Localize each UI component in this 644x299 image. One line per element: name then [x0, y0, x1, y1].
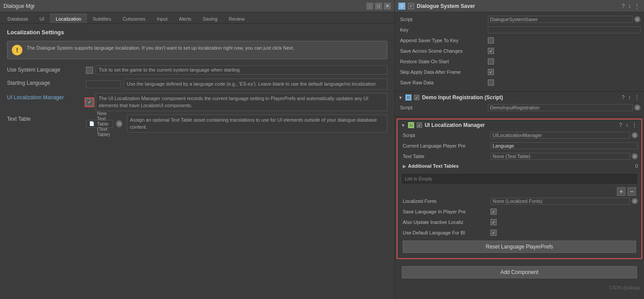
- saver-append-label: Append Saver Type To Key: [400, 38, 488, 43]
- reset-language-btn[interactable]: Reset Language PlayerPrefs: [403, 241, 636, 253]
- localization-manager-icon: U: [408, 122, 414, 128]
- demo-input-block: ▼ D Demo Input Registration (Script) ? ↕…: [395, 92, 644, 117]
- info-icon: !: [12, 45, 22, 55]
- maximize-btn[interactable]: □: [375, 3, 382, 10]
- starting-language-value: Use the language defined by a language c…: [86, 79, 387, 90]
- info-box: ! The Dialogue System supports language …: [7, 41, 387, 59]
- tab-database[interactable]: Database: [2, 14, 34, 23]
- use-system-language-text: Tick to set the game to the current syst…: [96, 65, 387, 75]
- demo-input-menu-btn[interactable]: ⋮: [633, 94, 640, 101]
- localization-manager-block: ▼ U UI Localization Manager ? ↕ ⋮ Script…: [397, 119, 641, 258]
- loc-update-inactive-row: Also Update Inactive Localiz: [401, 218, 638, 227]
- window-title: Dialogue Mgr: [4, 3, 35, 9]
- demo-input-checkbox[interactable]: [414, 95, 419, 100]
- loc-fonts-value: None (Localized Fonts) ⊙: [490, 198, 638, 205]
- saver-restore-label: Restore State On Start: [400, 59, 488, 64]
- loc-lang-pref-row: Current Language Player Pre: [401, 141, 638, 150]
- add-component-container: Add Component: [395, 261, 644, 284]
- saver-help-btn[interactable]: ?: [621, 3, 626, 9]
- demo-input-script-select-btn[interactable]: ⊙: [634, 104, 640, 111]
- loc-default-lang-label: Use Default Language For Bl: [403, 230, 490, 235]
- demo-input-header[interactable]: ▼ D Demo Input Registration (Script) ? ↕…: [398, 94, 640, 101]
- loc-script-select-btn[interactable]: ⊙: [632, 132, 638, 138]
- loc-additional-tables-fold[interactable]: ▶ Additional Text Tables 0: [403, 163, 638, 169]
- list-empty: List is Empty: [401, 173, 638, 184]
- saver-menu-btn[interactable]: ⋮: [633, 3, 640, 9]
- demo-input-script-label: Script: [400, 105, 488, 110]
- tab-localization[interactable]: Localization: [50, 14, 87, 23]
- loc-additional-tables-row: ▶ Additional Text Tables 0: [401, 162, 638, 171]
- remove-table-btn[interactable]: −: [627, 187, 636, 196]
- starting-language-input[interactable]: [86, 80, 121, 88]
- localization-menu-btn[interactable]: ⋮: [631, 122, 638, 128]
- loc-save-lang-checkbox[interactable]: [490, 209, 497, 215]
- additional-tables-label: Additional Text Tables: [408, 163, 633, 169]
- starting-language-row: Starting Language Use the language defin…: [7, 79, 387, 90]
- use-system-language-checkbox[interactable]: [86, 67, 93, 74]
- saver-layout-btn[interactable]: ↕: [627, 3, 632, 9]
- tab-review[interactable]: Review: [223, 14, 250, 23]
- close-btn[interactable]: ✕: [384, 3, 391, 10]
- saver-restore-checkbox[interactable]: [488, 58, 494, 65]
- use-system-language-label: Use System Language: [7, 65, 86, 73]
- tab-cutscenes[interactable]: Cutscenes: [117, 14, 151, 23]
- loc-fonts-select-btn[interactable]: ⊙: [632, 198, 638, 204]
- loc-script-asset: UILocalizationManager: [490, 132, 630, 139]
- text-table-asset: 📄 New Text Table (Text Table): [86, 120, 113, 128]
- loc-save-lang-value: [490, 209, 638, 215]
- ui-localization-manager-label[interactable]: UI Localization Manager: [7, 93, 86, 101]
- loc-text-table-asset: None (Text Table): [490, 153, 630, 160]
- loc-text-table-select-btn[interactable]: ⊙: [632, 153, 638, 159]
- demo-input-layout-btn[interactable]: ↕: [627, 94, 632, 101]
- loc-update-inactive-checkbox[interactable]: [490, 219, 497, 225]
- text-table-select-btn[interactable]: ⊙: [116, 120, 122, 127]
- saver-append-checkbox[interactable]: [488, 37, 494, 43]
- tab-subtitles[interactable]: Subtitles: [87, 14, 117, 23]
- tab-alerts[interactable]: Alerts: [173, 14, 197, 23]
- loc-fonts-name: None (Localized Fonts): [493, 198, 543, 204]
- use-system-language-row: Use System Language Tick to set the game…: [7, 65, 387, 75]
- ui-localization-manager-row: UI Localization Manager The UI Localizat…: [7, 93, 387, 111]
- loc-default-lang-checkbox[interactable]: [490, 230, 497, 236]
- loc-lang-pref-input[interactable]: [490, 142, 638, 149]
- localization-layout-btn[interactable]: ↕: [625, 122, 629, 128]
- demo-input-script-name: DemoInputRegistration: [490, 105, 540, 110]
- localization-help-btn[interactable]: ?: [618, 122, 623, 128]
- demo-input-help-btn[interactable]: ?: [621, 94, 626, 101]
- saver-save-across-value: [488, 48, 640, 54]
- loc-update-inactive-label: Also Update Inactive Localiz: [403, 220, 490, 225]
- saver-save-across-checkbox[interactable]: [488, 48, 494, 54]
- loc-text-table-name: None (Text Table): [493, 154, 530, 159]
- demo-input-script-asset: DemoInputRegistration: [488, 104, 633, 111]
- text-table-text: Assign an optional Text Table asset cont…: [127, 115, 387, 133]
- saver-key-row: Key: [398, 25, 640, 34]
- info-text: The Dialogue System supports language lo…: [27, 45, 294, 51]
- add-table-btn[interactable]: +: [617, 187, 626, 196]
- loc-script-row: Script UILocalizationManager ⊙: [401, 131, 638, 140]
- starting-language-label: Starting Language: [7, 79, 86, 86]
- inspector-actions: ? ↕ ⋮: [621, 3, 640, 9]
- tab-ui[interactable]: UI: [34, 14, 50, 23]
- saver-raw-checkbox[interactable]: [488, 79, 494, 86]
- menu-btn[interactable]: ⋮: [366, 3, 373, 10]
- add-remove-row: + −: [401, 186, 638, 197]
- saver-script-row: Script DialogueSystemSaver ⊙: [398, 15, 640, 24]
- saver-append-row: Append Saver Type To Key: [398, 36, 640, 45]
- loc-text-table-value: None (Text Table) ⊙: [490, 153, 638, 160]
- loc-default-lang-row: Use Default Language For Bl: [401, 228, 638, 237]
- localization-manager-header[interactable]: ▼ U UI Localization Manager ? ↕ ⋮: [401, 122, 638, 128]
- tab-input[interactable]: Input: [151, 14, 173, 23]
- saver-script-select-btn[interactable]: ⊙: [634, 16, 640, 22]
- loc-fonts-row: Localized Fonts None (Localized Fonts) ⊙: [401, 197, 638, 205]
- title-bar-controls: ⋮ □ ✕: [366, 3, 391, 10]
- saver-key-input[interactable]: [488, 26, 640, 33]
- section-title: Localization Settings: [7, 29, 387, 36]
- saver-enabled-checkbox[interactable]: [408, 3, 414, 9]
- saver-skip-value: [488, 69, 640, 75]
- localization-manager-checkbox[interactable]: [417, 122, 422, 128]
- title-bar: Dialogue Mgr ⋮ □ ✕: [0, 0, 394, 12]
- tab-saving[interactable]: Saving: [197, 14, 223, 23]
- saver-skip-checkbox[interactable]: [488, 69, 494, 75]
- ui-localization-manager-checkbox[interactable]: [86, 99, 93, 106]
- add-component-btn[interactable]: Add Component: [402, 266, 637, 278]
